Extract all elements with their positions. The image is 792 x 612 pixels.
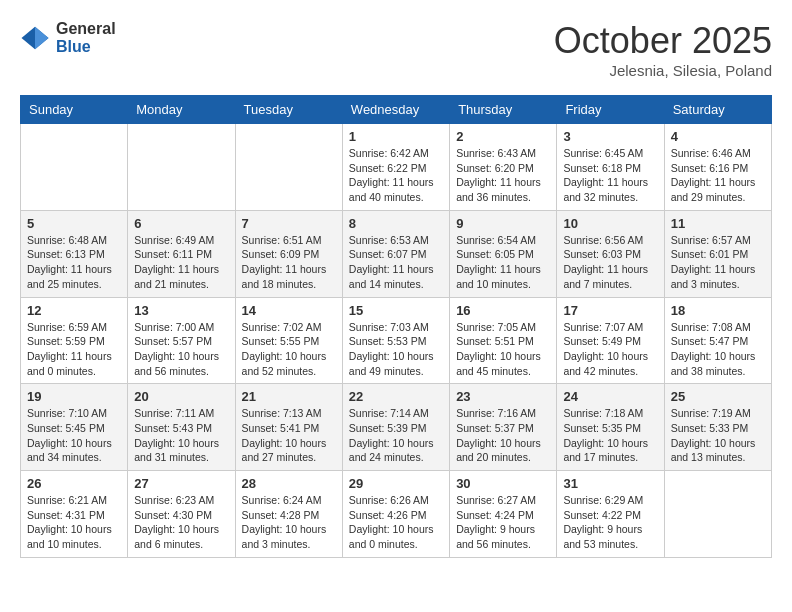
day-info: Sunrise: 7:00 AM Sunset: 5:57 PM Dayligh… [134, 320, 228, 379]
day-number: 26 [27, 476, 121, 491]
day-number: 21 [242, 389, 336, 404]
day-cell: 13Sunrise: 7:00 AM Sunset: 5:57 PM Dayli… [128, 297, 235, 384]
day-info: Sunrise: 6:21 AM Sunset: 4:31 PM Dayligh… [27, 493, 121, 552]
calendar-body: 1Sunrise: 6:42 AM Sunset: 6:22 PM Daylig… [21, 124, 772, 558]
day-info: Sunrise: 7:18 AM Sunset: 5:35 PM Dayligh… [563, 406, 657, 465]
day-cell: 15Sunrise: 7:03 AM Sunset: 5:53 PM Dayli… [342, 297, 449, 384]
day-number: 27 [134, 476, 228, 491]
day-cell: 22Sunrise: 7:14 AM Sunset: 5:39 PM Dayli… [342, 384, 449, 471]
day-cell: 18Sunrise: 7:08 AM Sunset: 5:47 PM Dayli… [664, 297, 771, 384]
day-cell: 8Sunrise: 6:53 AM Sunset: 6:07 PM Daylig… [342, 210, 449, 297]
page-header: General Blue October 2025 Jelesnia, Sile… [20, 20, 772, 79]
logo-blue-text: Blue [56, 38, 116, 56]
day-number: 3 [563, 129, 657, 144]
svg-marker-1 [35, 26, 49, 49]
day-info: Sunrise: 6:57 AM Sunset: 6:01 PM Dayligh… [671, 233, 765, 292]
day-info: Sunrise: 7:14 AM Sunset: 5:39 PM Dayligh… [349, 406, 443, 465]
logo-icon [20, 23, 50, 53]
day-cell: 26Sunrise: 6:21 AM Sunset: 4:31 PM Dayli… [21, 471, 128, 558]
day-info: Sunrise: 6:49 AM Sunset: 6:11 PM Dayligh… [134, 233, 228, 292]
day-cell: 24Sunrise: 7:18 AM Sunset: 5:35 PM Dayli… [557, 384, 664, 471]
logo-text: General Blue [56, 20, 116, 55]
calendar-header: SundayMondayTuesdayWednesdayThursdayFrid… [21, 96, 772, 124]
day-cell: 4Sunrise: 6:46 AM Sunset: 6:16 PM Daylig… [664, 124, 771, 211]
day-cell: 7Sunrise: 6:51 AM Sunset: 6:09 PM Daylig… [235, 210, 342, 297]
week-row-3: 12Sunrise: 6:59 AM Sunset: 5:59 PM Dayli… [21, 297, 772, 384]
day-info: Sunrise: 6:53 AM Sunset: 6:07 PM Dayligh… [349, 233, 443, 292]
day-number: 18 [671, 303, 765, 318]
day-cell: 6Sunrise: 6:49 AM Sunset: 6:11 PM Daylig… [128, 210, 235, 297]
header-cell-friday: Friday [557, 96, 664, 124]
day-info: Sunrise: 6:54 AM Sunset: 6:05 PM Dayligh… [456, 233, 550, 292]
title-block: October 2025 Jelesnia, Silesia, Poland [554, 20, 772, 79]
day-cell [21, 124, 128, 211]
day-info: Sunrise: 7:16 AM Sunset: 5:37 PM Dayligh… [456, 406, 550, 465]
day-number: 5 [27, 216, 121, 231]
day-number: 2 [456, 129, 550, 144]
day-cell [128, 124, 235, 211]
day-cell: 20Sunrise: 7:11 AM Sunset: 5:43 PM Dayli… [128, 384, 235, 471]
day-number: 28 [242, 476, 336, 491]
logo: General Blue [20, 20, 116, 55]
header-cell-thursday: Thursday [450, 96, 557, 124]
day-number: 9 [456, 216, 550, 231]
day-info: Sunrise: 7:19 AM Sunset: 5:33 PM Dayligh… [671, 406, 765, 465]
day-number: 19 [27, 389, 121, 404]
header-cell-saturday: Saturday [664, 96, 771, 124]
day-cell: 3Sunrise: 6:45 AM Sunset: 6:18 PM Daylig… [557, 124, 664, 211]
day-number: 11 [671, 216, 765, 231]
day-info: Sunrise: 6:26 AM Sunset: 4:26 PM Dayligh… [349, 493, 443, 552]
day-info: Sunrise: 7:03 AM Sunset: 5:53 PM Dayligh… [349, 320, 443, 379]
day-info: Sunrise: 6:27 AM Sunset: 4:24 PM Dayligh… [456, 493, 550, 552]
location-text: Jelesnia, Silesia, Poland [554, 62, 772, 79]
day-info: Sunrise: 7:08 AM Sunset: 5:47 PM Dayligh… [671, 320, 765, 379]
day-cell: 2Sunrise: 6:43 AM Sunset: 6:20 PM Daylig… [450, 124, 557, 211]
day-number: 10 [563, 216, 657, 231]
day-number: 17 [563, 303, 657, 318]
day-number: 12 [27, 303, 121, 318]
day-info: Sunrise: 7:13 AM Sunset: 5:41 PM Dayligh… [242, 406, 336, 465]
day-info: Sunrise: 7:05 AM Sunset: 5:51 PM Dayligh… [456, 320, 550, 379]
day-cell: 25Sunrise: 7:19 AM Sunset: 5:33 PM Dayli… [664, 384, 771, 471]
header-cell-sunday: Sunday [21, 96, 128, 124]
day-cell: 14Sunrise: 7:02 AM Sunset: 5:55 PM Dayli… [235, 297, 342, 384]
day-number: 15 [349, 303, 443, 318]
day-info: Sunrise: 6:45 AM Sunset: 6:18 PM Dayligh… [563, 146, 657, 205]
day-number: 4 [671, 129, 765, 144]
week-row-1: 1Sunrise: 6:42 AM Sunset: 6:22 PM Daylig… [21, 124, 772, 211]
day-cell: 28Sunrise: 6:24 AM Sunset: 4:28 PM Dayli… [235, 471, 342, 558]
header-cell-wednesday: Wednesday [342, 96, 449, 124]
day-number: 1 [349, 129, 443, 144]
day-info: Sunrise: 6:43 AM Sunset: 6:20 PM Dayligh… [456, 146, 550, 205]
day-number: 6 [134, 216, 228, 231]
day-cell: 17Sunrise: 7:07 AM Sunset: 5:49 PM Dayli… [557, 297, 664, 384]
day-cell [235, 124, 342, 211]
day-cell: 9Sunrise: 6:54 AM Sunset: 6:05 PM Daylig… [450, 210, 557, 297]
day-info: Sunrise: 6:56 AM Sunset: 6:03 PM Dayligh… [563, 233, 657, 292]
day-info: Sunrise: 6:48 AM Sunset: 6:13 PM Dayligh… [27, 233, 121, 292]
day-cell: 30Sunrise: 6:27 AM Sunset: 4:24 PM Dayli… [450, 471, 557, 558]
day-info: Sunrise: 6:51 AM Sunset: 6:09 PM Dayligh… [242, 233, 336, 292]
day-cell: 11Sunrise: 6:57 AM Sunset: 6:01 PM Dayli… [664, 210, 771, 297]
day-cell: 29Sunrise: 6:26 AM Sunset: 4:26 PM Dayli… [342, 471, 449, 558]
day-number: 14 [242, 303, 336, 318]
day-number: 29 [349, 476, 443, 491]
day-info: Sunrise: 7:11 AM Sunset: 5:43 PM Dayligh… [134, 406, 228, 465]
day-cell: 10Sunrise: 6:56 AM Sunset: 6:03 PM Dayli… [557, 210, 664, 297]
day-info: Sunrise: 7:10 AM Sunset: 5:45 PM Dayligh… [27, 406, 121, 465]
day-info: Sunrise: 7:07 AM Sunset: 5:49 PM Dayligh… [563, 320, 657, 379]
day-cell: 23Sunrise: 7:16 AM Sunset: 5:37 PM Dayli… [450, 384, 557, 471]
month-title: October 2025 [554, 20, 772, 62]
day-number: 24 [563, 389, 657, 404]
day-cell: 31Sunrise: 6:29 AM Sunset: 4:22 PM Dayli… [557, 471, 664, 558]
day-info: Sunrise: 7:02 AM Sunset: 5:55 PM Dayligh… [242, 320, 336, 379]
day-info: Sunrise: 6:46 AM Sunset: 6:16 PM Dayligh… [671, 146, 765, 205]
day-number: 31 [563, 476, 657, 491]
day-number: 20 [134, 389, 228, 404]
day-number: 30 [456, 476, 550, 491]
day-cell: 27Sunrise: 6:23 AM Sunset: 4:30 PM Dayli… [128, 471, 235, 558]
day-info: Sunrise: 6:42 AM Sunset: 6:22 PM Dayligh… [349, 146, 443, 205]
day-cell: 5Sunrise: 6:48 AM Sunset: 6:13 PM Daylig… [21, 210, 128, 297]
week-row-5: 26Sunrise: 6:21 AM Sunset: 4:31 PM Dayli… [21, 471, 772, 558]
day-info: Sunrise: 6:23 AM Sunset: 4:30 PM Dayligh… [134, 493, 228, 552]
